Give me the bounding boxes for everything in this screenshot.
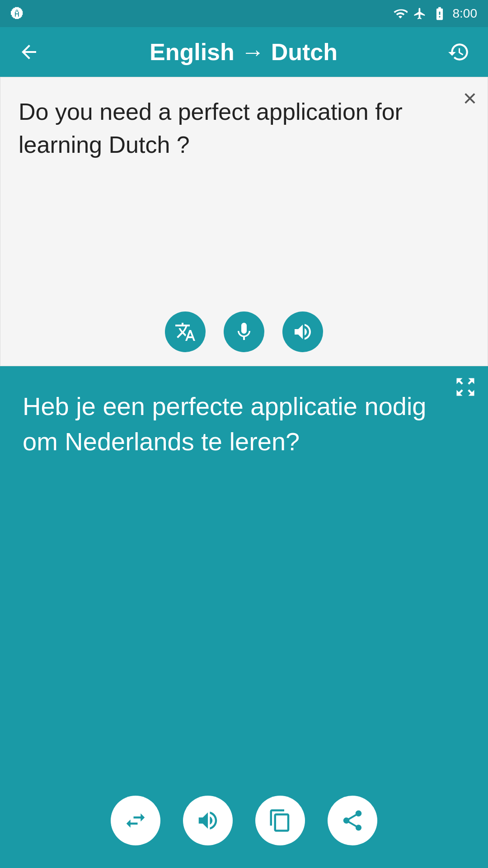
input-panel: × Do you need a perfect application for …	[0, 77, 488, 366]
close-button[interactable]: ×	[463, 86, 477, 110]
back-button[interactable]	[14, 37, 44, 67]
output-speaker-button[interactable]	[183, 796, 233, 845]
status-bar: 🅐 8:00	[0, 0, 488, 27]
translate-button[interactable]	[165, 311, 206, 352]
expand-button[interactable]	[454, 375, 477, 399]
wifi-icon	[393, 6, 408, 21]
output-panel: Heb je een perfecte applicatie nodig om …	[0, 366, 488, 868]
toolbar: English → Dutch	[0, 27, 488, 77]
share-button[interactable]	[328, 796, 377, 845]
status-bar-right: 8:00	[393, 6, 478, 21]
toolbar-title: English → Dutch	[44, 38, 443, 66]
input-textarea[interactable]: Do you need a perfect application for le…	[0, 77, 488, 302]
battery-icon	[432, 6, 447, 21]
copy-button[interactable]	[255, 796, 305, 845]
app-icon: 🅐	[11, 6, 23, 21]
input-speaker-button[interactable]	[282, 311, 323, 352]
history-button[interactable]	[443, 36, 474, 68]
time-display: 8:00	[453, 6, 478, 21]
airplane-icon	[413, 7, 427, 20]
swap-button[interactable]	[111, 796, 160, 845]
output-text: Heb je een perfecte applicatie nodig om …	[0, 366, 488, 787]
output-actions	[0, 787, 488, 868]
status-bar-left: 🅐	[11, 6, 23, 21]
microphone-button[interactable]	[224, 311, 264, 352]
input-actions	[0, 302, 488, 366]
